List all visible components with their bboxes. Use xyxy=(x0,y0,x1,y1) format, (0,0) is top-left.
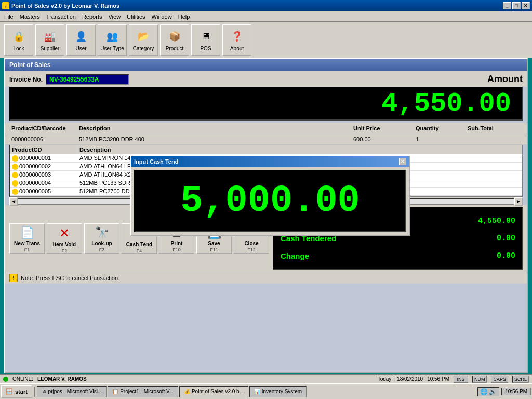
clock: 10:56 PM xyxy=(501,388,531,395)
save-label: Save xyxy=(208,241,220,246)
toolbar: 🔒 Lock 🏭 Supplier 👤 User 👥 User Type 📂 C… xyxy=(0,22,532,58)
toolbar-category-label: Category xyxy=(133,46,154,51)
amount-label: Amount xyxy=(487,74,523,85)
product-list-header: ProductCD Description xyxy=(10,145,522,154)
new-trans-label: New Trans xyxy=(14,241,40,246)
save-key: F11 xyxy=(210,247,218,252)
modal-title-bar: Input Cash Tend ✕ xyxy=(131,156,409,167)
toolbar-pos-label: POS xyxy=(200,46,211,51)
window-controls: _ □ ✕ xyxy=(503,2,530,9)
menu-file[interactable]: File xyxy=(1,12,17,21)
toolbar-lock[interactable]: 🔒 Lock xyxy=(4,24,33,56)
new-trans-button[interactable]: 📄 New Trans F1 xyxy=(9,223,45,254)
ins-indicator: INS xyxy=(454,376,468,383)
usertype-icon: 👥 xyxy=(104,28,121,45)
menu-help[interactable]: Help xyxy=(175,12,193,21)
user-icon: 👤 xyxy=(73,28,89,45)
today-label: Today: xyxy=(378,376,393,382)
change-value: 0.00 xyxy=(497,251,515,260)
menu-view[interactable]: View xyxy=(105,12,124,21)
pos-window: Point of Sales Invoice No. NV-3649255633… xyxy=(4,58,528,373)
online-label: ONLINE: xyxy=(12,376,33,382)
row-subtotal xyxy=(466,135,523,143)
tray-icon-2: 🔊 xyxy=(489,388,497,395)
restore-button[interactable]: □ xyxy=(512,2,521,9)
note-text: Note: Press ESC to cancel transaction. xyxy=(21,275,119,281)
taskbar-project1[interactable]: 📋 Project1 - Microsoft V... xyxy=(108,386,178,397)
item-void-key: F2 xyxy=(62,248,68,254)
taskbar-prjpos[interactable]: 🖥 prjpos - Microsoft Visi... xyxy=(37,386,107,397)
toolbar-user-label: User xyxy=(75,46,86,51)
current-transaction-row: 0000000006 512MB PC3200 DDR 400 600.00 1 xyxy=(5,134,527,145)
num-indicator: NUM xyxy=(472,376,487,383)
about-icon: ❓ xyxy=(229,28,245,45)
toolbar-category[interactable]: 📂 Category xyxy=(129,24,158,56)
menu-utilities[interactable]: Utilities xyxy=(124,12,148,21)
col-subtotal: Sub-Total xyxy=(466,124,523,132)
note-area: ! Note: Press ESC to cancel transaction. xyxy=(5,272,527,284)
input-cash-tend-dialog: Input Cash Tend ✕ 5,000.00 xyxy=(130,155,410,236)
toolbar-user[interactable]: 👤 User xyxy=(66,24,96,56)
taskbar-inventory-icon: 📊 xyxy=(254,389,260,394)
menu-reports[interactable]: Reports xyxy=(79,12,105,21)
big-amount: 4,550.00 xyxy=(381,88,511,119)
toolbar-supplier-label: Supplier xyxy=(41,46,60,51)
taskbar-separator xyxy=(34,387,35,397)
toolbar-usertype[interactable]: 👥 User Type xyxy=(98,24,127,56)
taskbar-prjpos-icon: 🖥 xyxy=(42,389,47,394)
invoice-area: Invoice No. NV-3649255633A Amount xyxy=(5,71,527,87)
modal-amount: 5,000.00 xyxy=(180,180,360,222)
toolbar-about-label: About xyxy=(230,46,244,51)
menu-transaction[interactable]: Transaction xyxy=(43,12,79,21)
print-label: Print xyxy=(171,241,183,246)
invoice-number: NV-3649255633A xyxy=(46,74,129,85)
user-name: LEOMAR V. RAMOS xyxy=(37,376,87,382)
app-icon: 💰 xyxy=(2,2,9,9)
start-icon: 🪟 xyxy=(6,388,13,395)
new-trans-icon: 📄 xyxy=(20,226,34,240)
menu-masters[interactable]: Masters xyxy=(17,12,43,21)
start-button[interactable]: 🪟 start xyxy=(1,385,32,398)
taskbar-pos-icon: 💰 xyxy=(184,389,190,394)
scroll-right[interactable]: ▶ xyxy=(514,197,523,206)
toolbar-product-label: Product xyxy=(166,46,183,51)
taskbar-pos-active[interactable]: 💰 Point of Sales v2.0 b... xyxy=(179,386,248,397)
close-label: Close xyxy=(244,241,258,246)
look-up-button[interactable]: 🔭 Look-up F3 xyxy=(84,223,119,254)
date-value: 18/02/2010 xyxy=(397,376,423,382)
time-value: 10:56 PM xyxy=(427,376,449,382)
scroll-left[interactable]: ◀ xyxy=(9,197,18,206)
taskbar: 🪟 start 🖥 prjpos - Microsoft Visi... 📋 P… xyxy=(0,383,532,399)
modal-display: 5,000.00 xyxy=(134,170,406,232)
col-description: Description xyxy=(77,124,351,132)
row-description: 512MB PC3200 DDR 400 xyxy=(77,135,351,143)
row-unit-price: 600.00 xyxy=(351,135,414,143)
warning-icon: ! xyxy=(9,274,18,282)
cash-tend-label: Cash Tend xyxy=(126,242,152,247)
toolbar-pos[interactable]: 🖥 POS xyxy=(191,24,220,56)
toolbar-about[interactable]: ❓ About xyxy=(222,24,251,56)
table-header: ProductCD/Barcode Description Unit Price… xyxy=(5,123,527,134)
toolbar-usertype-label: User Type xyxy=(100,46,124,51)
modal-close-button[interactable]: ✕ xyxy=(399,158,406,165)
caps-indicator: CAPS xyxy=(491,376,508,383)
toolbar-lock-label: Lock xyxy=(13,46,24,51)
item-void-button[interactable]: ✕ Item Void F2 xyxy=(47,223,82,254)
close-key: F12 xyxy=(247,247,256,252)
window-title: Point of Sales v2.0 by Leomar V. Ramos xyxy=(11,3,119,9)
taskbar-inventory[interactable]: 📊 Inventory System xyxy=(249,386,307,397)
row-quantity: 1 xyxy=(414,135,466,143)
item-void-icon: ✕ xyxy=(57,226,72,241)
look-up-icon: 🔭 xyxy=(95,226,109,240)
minimize-button[interactable]: _ xyxy=(503,2,511,9)
status-bar: ONLINE: LEOMAR V. RAMOS Today: 18/02/201… xyxy=(0,374,532,383)
toolbar-supplier[interactable]: 🏭 Supplier xyxy=(35,24,64,56)
col-quantity: Quantity xyxy=(414,124,466,132)
close-window-button[interactable]: ✕ xyxy=(522,2,530,9)
menu-window[interactable]: Window xyxy=(149,12,175,21)
print-key: F10 xyxy=(172,247,181,252)
change-row: Change 0.00 xyxy=(281,251,515,260)
toolbar-product[interactable]: 📦 Product xyxy=(160,24,189,56)
lock-icon: 🔒 xyxy=(10,28,27,45)
look-up-label: Look-up xyxy=(91,241,112,246)
